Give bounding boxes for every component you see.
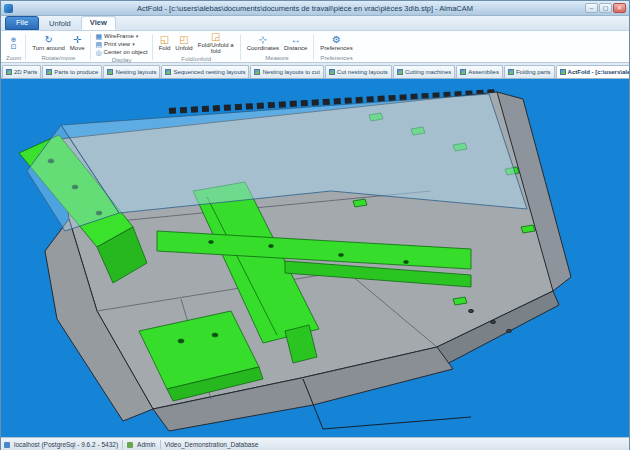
doc-tab-folding-parts[interactable]: Folding parts (504, 65, 555, 78)
doc-tab-icon (46, 69, 52, 75)
zoom-window-button[interactable]: ⊡ (11, 43, 17, 50)
app-window: ActFold - [c:\users\alebas\documents\doc… (0, 0, 630, 450)
tab-view[interactable]: View (81, 16, 116, 30)
status-session: Video_Demonstration_Database (165, 441, 259, 448)
doc-tab-cutting-machines[interactable]: Cutting machines (393, 65, 455, 78)
doc-tab-icon (254, 69, 260, 75)
fold-label: Fold (159, 45, 171, 51)
turn-around-label: Turn around (32, 45, 64, 51)
doc-tab-icon (397, 69, 403, 75)
coordinates-button[interactable]: ⊹ Coordinates (245, 35, 281, 51)
doc-tab-icon (460, 69, 466, 75)
fold-unfold-a-fold-button[interactable]: ◲ Fold/Unfold a fold (196, 32, 236, 55)
doc-tab-icon (6, 69, 12, 75)
ribbon-group-label-rotate-move: Rotate/move (41, 54, 75, 62)
coordinates-icon: ⊹ (259, 35, 267, 45)
ribbon-group-display: ▦ WireFrame ▾ ▤ Print view ▾ ◎ Center on… (92, 32, 150, 62)
doc-tab-sequenced-nesting-layouts[interactable]: Sequenced nesting layouts (161, 65, 249, 78)
tab-file[interactable]: File (5, 16, 39, 30)
chevron-down-icon: ▾ (136, 32, 139, 40)
ribbon-group-measure: ⊹ Coordinates ↔ Distance Measure (242, 32, 313, 62)
doc-tab-icon (508, 69, 514, 75)
zoom-in-icon: ⊕ (11, 36, 17, 43)
unfold-button[interactable]: ◰ Unfold (173, 35, 194, 51)
ribbon-divider (240, 34, 241, 60)
fold-unfold-a-fold-icon: ◲ (211, 32, 220, 42)
distance-label: Distance (284, 45, 307, 51)
print-view-label: Print view (104, 40, 130, 48)
preferences-gear-icon: ⚙ (332, 35, 341, 45)
status-divider (122, 440, 123, 449)
fold-icon: ◱ (160, 35, 169, 45)
doc-tab-icon (165, 69, 171, 75)
tab-unfold[interactable]: Unfold (41, 18, 79, 30)
wireframe-label: WireFrame (104, 32, 134, 40)
database-icon (4, 442, 10, 448)
doc-tab-actfold-active[interactable]: ActFold - [c:\users\alebas (556, 65, 629, 78)
doc-tab-assemblies[interactable]: Assemblies (456, 65, 503, 78)
ribbon-group-label-fold-unfold: Fold/unfold (181, 55, 211, 63)
coordinates-label: Coordinates (247, 45, 279, 51)
status-database: localhost (PostgreSql - 9.6.2 - 5432) (14, 441, 118, 448)
user-icon (127, 442, 133, 448)
ribbon-group-label-zoom: Zoom (6, 54, 21, 62)
turn-around-icon: ↻ (44, 35, 52, 45)
zoom-in-button[interactable]: ⊕ (11, 36, 17, 43)
cad-part-drawing (1, 79, 629, 437)
document-tab-strip: 2D Parts Parts to produce Nesting layout… (1, 63, 629, 79)
unfold-icon: ◰ (179, 35, 188, 45)
wireframe-icon: ▦ (95, 33, 102, 40)
preferences-label: Preferences (320, 45, 352, 51)
fold-button[interactable]: ◱ Fold (157, 35, 173, 51)
move-icon: ✛ (73, 35, 81, 45)
print-view-button[interactable]: ▤ Print view ▾ (95, 40, 134, 48)
chevron-down-icon: ▾ (132, 40, 135, 48)
status-divider (160, 440, 161, 449)
ribbon-group-rotate-move: ↻ Turn around ✛ Move Rotate/move (27, 32, 89, 62)
unfold-label: Unfold (175, 45, 192, 51)
distance-icon: ↔ (291, 35, 301, 45)
viewport-3d[interactable] (1, 79, 629, 437)
center-on-object-icon: ◎ (95, 49, 101, 56)
doc-tab-parts-to-produce[interactable]: Parts to produce (42, 65, 102, 78)
doc-tab-icon (560, 69, 566, 75)
print-view-icon: ▤ (95, 41, 102, 48)
move-label: Move (70, 45, 85, 51)
maximize-button[interactable]: ▢ (599, 3, 612, 13)
ribbon-group-label-measure: Measure (265, 54, 288, 62)
titlebar: ActFold - [c:\users\alebas\documents\doc… (1, 1, 629, 16)
wireframe-button[interactable]: ▦ WireFrame ▾ (95, 32, 138, 40)
ribbon-tab-strip: File Unfold View (1, 16, 629, 31)
app-icon (4, 4, 13, 13)
center-on-object-label: Center on object (104, 48, 148, 56)
preferences-button[interactable]: ⚙ Preferences (318, 35, 354, 51)
ribbon-group-zoom: ⊕ ⊡ Zoom (3, 32, 24, 62)
doc-tab-nesting-layouts[interactable]: Nesting layouts (103, 65, 160, 78)
center-on-object-button[interactable]: ◎ Center on object (95, 48, 147, 56)
ribbon-group-fold-unfold: ◱ Fold ◰ Unfold ◲ Fold/Unfold a fold Fol… (154, 32, 239, 62)
ribbon: ⊕ ⊡ Zoom ↻ Turn around ✛ Move Rotate/mov… (1, 31, 629, 63)
ribbon-group-preferences: ⚙ Preferences Preferences (315, 32, 357, 62)
ribbon-divider (25, 34, 26, 60)
fold-unfold-a-fold-label: Fold/Unfold a fold (198, 42, 234, 55)
doc-tab-2d-parts[interactable]: 2D Parts (2, 65, 41, 78)
close-button[interactable]: ✕ (613, 3, 626, 13)
doc-tab-icon (329, 69, 335, 75)
ribbon-divider (152, 34, 153, 60)
ribbon-group-label-preferences: Preferences (320, 54, 352, 62)
move-button[interactable]: ✛ Move (68, 35, 87, 51)
ribbon-divider (90, 34, 91, 60)
status-user: Admin (137, 441, 155, 448)
statusbar: localhost (PostgreSql - 9.6.2 - 5432) Ad… (1, 437, 629, 450)
turn-around-button[interactable]: ↻ Turn around (30, 35, 66, 51)
minimize-button[interactable]: – (585, 3, 598, 13)
window-title: ActFold - [c:\users\alebas\documents\doc… (31, 4, 579, 13)
doc-tab-nesting-layouts-to-cut[interactable]: Nesting layouts to cut (250, 65, 323, 78)
doc-tab-icon (107, 69, 113, 75)
distance-button[interactable]: ↔ Distance (282, 35, 309, 51)
doc-tab-cut-nesting-layouts[interactable]: Cut nesting layouts (325, 65, 392, 78)
zoom-window-icon: ⊡ (11, 43, 17, 50)
ribbon-divider (313, 34, 314, 60)
